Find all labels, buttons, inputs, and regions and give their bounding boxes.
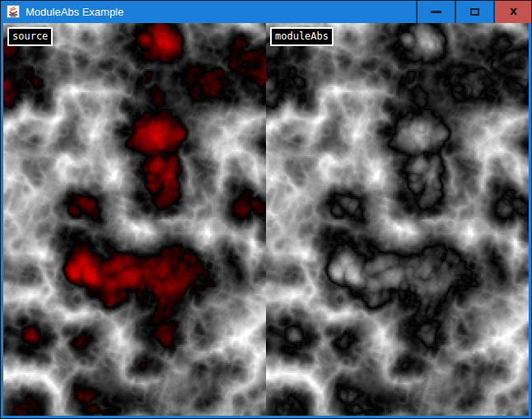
java-coffee-cup-icon bbox=[7, 5, 20, 18]
minimize-dash-icon bbox=[431, 11, 441, 13]
source-label: source bbox=[7, 27, 53, 46]
close-x-icon: x bbox=[510, 5, 517, 16]
close-button[interactable]: x bbox=[493, 0, 532, 23]
window-controls: x bbox=[416, 0, 532, 23]
source-noise-image bbox=[3, 23, 266, 416]
moduleabs-noise-image bbox=[266, 23, 529, 416]
maximize-button[interactable] bbox=[455, 0, 493, 23]
moduleabs-label: moduleAbs bbox=[270, 27, 334, 46]
panel-moduleabs: moduleAbs bbox=[266, 23, 529, 416]
minimize-button[interactable] bbox=[416, 0, 455, 23]
panel-source: source bbox=[3, 23, 266, 416]
titlebar[interactable]: ModuleAbs Example x bbox=[0, 0, 532, 23]
maximize-square-icon bbox=[470, 8, 479, 16]
app-window: ModuleAbs Example x source moduleAbs bbox=[0, 0, 532, 419]
window-title: ModuleAbs Example bbox=[26, 6, 416, 18]
render-area: source moduleAbs bbox=[3, 23, 529, 416]
